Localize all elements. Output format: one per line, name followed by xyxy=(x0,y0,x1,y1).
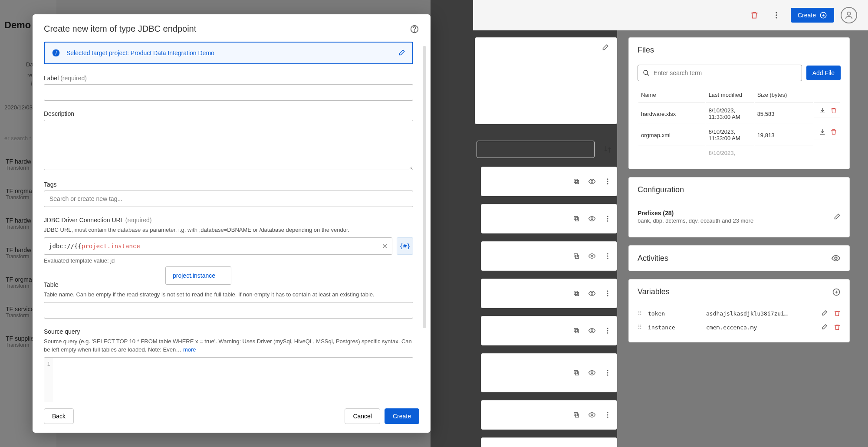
svg-point-37 xyxy=(591,372,593,374)
more-icon[interactable] xyxy=(604,411,612,419)
eye-icon[interactable] xyxy=(588,369,596,377)
add-icon[interactable] xyxy=(832,288,841,296)
url-text-input[interactable] xyxy=(140,243,382,250)
more-icon[interactable] xyxy=(604,177,612,185)
list-item[interactable] xyxy=(481,353,617,392)
svg-point-16 xyxy=(607,220,608,222)
list-item[interactable] xyxy=(481,167,617,196)
back-button[interactable]: Back xyxy=(44,408,74,424)
create-submit-button[interactable]: Create xyxy=(385,408,419,424)
eye-icon[interactable] xyxy=(588,215,596,223)
clear-icon[interactable]: ✕ xyxy=(382,242,388,250)
svg-point-25 xyxy=(591,293,593,295)
download-icon[interactable] xyxy=(819,128,826,135)
url-label: JDBC Driver Connection URL (required) xyxy=(44,217,413,224)
download-icon[interactable] xyxy=(819,107,826,114)
copy-icon[interactable] xyxy=(572,411,580,419)
source-label: Source query xyxy=(44,328,413,335)
svg-point-13 xyxy=(591,218,593,220)
edit-icon[interactable] xyxy=(821,324,828,331)
eye-icon[interactable] xyxy=(588,327,596,335)
more-icon[interactable] xyxy=(604,327,612,335)
svg-point-9 xyxy=(607,181,608,182)
files-search-input[interactable] xyxy=(654,69,797,76)
eye-icon[interactable] xyxy=(588,411,596,419)
list-item[interactable] xyxy=(481,437,617,447)
activities-card: Activities xyxy=(628,245,850,271)
edit-icon[interactable] xyxy=(601,44,609,52)
drag-icon[interactable]: ⠿ xyxy=(638,324,642,331)
scrollbar[interactable] xyxy=(423,46,426,328)
table-help: Table name. Can be empty if the read-str… xyxy=(44,291,413,299)
svg-text:i: i xyxy=(56,50,57,56)
copy-icon[interactable] xyxy=(572,177,580,185)
delete-icon[interactable] xyxy=(830,128,837,135)
drag-icon[interactable]: ⠿ xyxy=(638,310,642,317)
copy-icon[interactable] xyxy=(572,369,580,377)
more-icon[interactable] xyxy=(604,289,612,297)
create-button[interactable]: Create xyxy=(791,8,834,23)
edit-icon[interactable] xyxy=(833,213,841,221)
files-search[interactable] xyxy=(638,65,802,81)
variable-row: ⠿ instance cmem.eccenca.my xyxy=(638,320,841,334)
create-button-label: Create xyxy=(798,12,816,19)
eye-icon[interactable] xyxy=(831,253,841,263)
svg-point-20 xyxy=(607,253,608,254)
autocomplete-item[interactable]: project.instance xyxy=(173,272,224,279)
table-row[interactable]: orgmap.xml 8/10/2023, 11:33:00 AM 19,813 xyxy=(638,125,840,145)
template-button[interactable]: {#} xyxy=(397,237,413,255)
delete-icon[interactable] xyxy=(746,7,762,23)
config-title: Configuration xyxy=(638,185,684,194)
eye-icon[interactable] xyxy=(588,177,596,185)
source-help: Source query (e.g. 'SELECT TOP 10 * FROM… xyxy=(44,338,413,353)
files-card: Files Add File Name Last modified Size (… xyxy=(628,37,850,169)
copy-icon[interactable] xyxy=(572,327,580,335)
search-icon xyxy=(642,69,650,77)
eye-icon[interactable] xyxy=(588,289,596,297)
list-item[interactable] xyxy=(481,279,617,308)
help-icon[interactable] xyxy=(410,24,419,34)
more-icon[interactable] xyxy=(604,369,612,377)
tags-label: Tags xyxy=(44,181,413,188)
cancel-button[interactable]: Cancel xyxy=(345,408,380,424)
more-icon[interactable] xyxy=(769,7,784,23)
info-text: Selected target project: Product Data In… xyxy=(66,49,214,56)
source-query-input[interactable]: 1 xyxy=(44,357,413,402)
svg-point-15 xyxy=(607,218,608,220)
add-file-button[interactable]: Add File xyxy=(806,66,841,80)
svg-point-43 xyxy=(591,414,593,416)
table-row[interactable]: 8/10/2023, xyxy=(638,146,840,160)
svg-point-46 xyxy=(607,417,608,418)
label-input[interactable] xyxy=(44,84,413,101)
list-item[interactable] xyxy=(481,400,617,430)
avatar[interactable] xyxy=(841,7,857,23)
jdbc-url-input[interactable]: jdbc://{{project.instance ✕ xyxy=(44,237,392,255)
copy-icon[interactable] xyxy=(572,289,580,297)
more-link[interactable]: more xyxy=(183,346,196,353)
copy-icon[interactable] xyxy=(572,215,580,223)
variables-title: Variables xyxy=(638,287,670,296)
edit-icon[interactable] xyxy=(398,49,405,57)
edit-icon[interactable] xyxy=(821,310,828,317)
table-row[interactable]: hardware.xlsx 8/10/2023, 11:33:00 AM 85,… xyxy=(638,104,840,124)
tags-input[interactable] xyxy=(44,191,413,207)
description-input[interactable] xyxy=(44,120,413,170)
delete-icon[interactable] xyxy=(834,310,841,317)
list-item[interactable] xyxy=(481,316,617,345)
sort-icon[interactable] xyxy=(600,141,615,157)
delete-icon[interactable] xyxy=(834,324,841,331)
more-icon[interactable] xyxy=(604,252,612,260)
svg-point-2 xyxy=(776,17,777,18)
list-item[interactable] xyxy=(481,241,617,271)
eye-icon[interactable] xyxy=(588,252,596,260)
svg-point-26 xyxy=(607,290,608,292)
more-icon[interactable] xyxy=(604,215,612,223)
copy-icon[interactable] xyxy=(572,252,580,260)
svg-point-28 xyxy=(607,295,608,296)
svg-point-1 xyxy=(776,14,777,16)
info-icon: i xyxy=(52,49,60,57)
list-item[interactable] xyxy=(481,204,617,233)
table-input[interactable] xyxy=(44,302,413,319)
delete-icon[interactable] xyxy=(830,107,837,114)
search-input[interactable] xyxy=(477,141,595,158)
